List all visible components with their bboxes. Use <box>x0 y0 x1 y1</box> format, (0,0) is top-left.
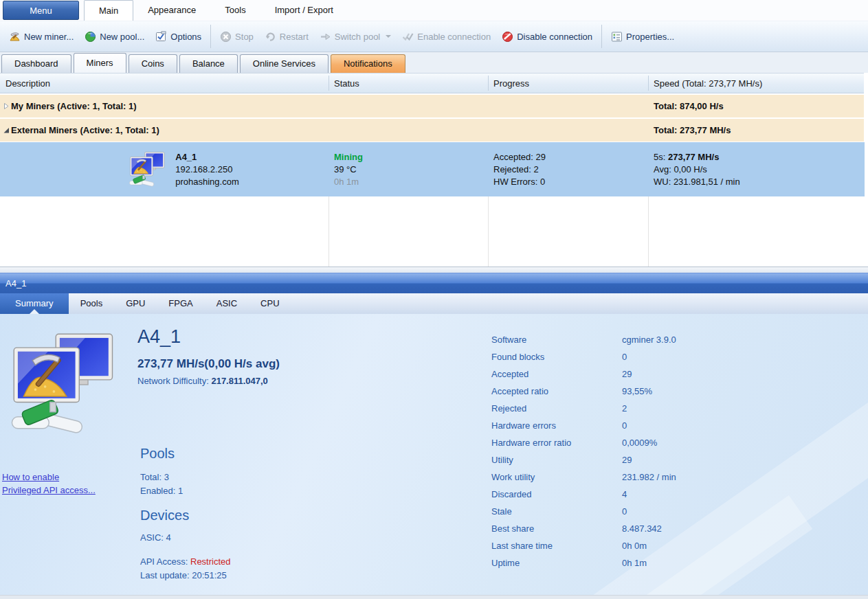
tab-coins[interactable]: Coins <box>129 54 177 73</box>
miner-accepted: Accepted: 29 <box>493 151 648 163</box>
miner-status-time: 0h 1m <box>334 176 488 188</box>
detail-tab-gpu[interactable]: GPU <box>114 293 157 314</box>
column-divider <box>648 76 649 91</box>
switch-pool-button[interactable]: Switch pool <box>314 27 397 46</box>
api-access-line: API Access: Restricted <box>140 556 231 567</box>
miner-pool: prohashing.com <box>175 176 239 188</box>
column-divider <box>488 196 489 267</box>
miner-speed-avg: Avg: 0,00 H/s <box>654 163 865 176</box>
enable-connection-icon <box>402 31 414 43</box>
miner-status-cell: Mining 39 °C 0h 1m <box>329 142 488 196</box>
new-pool-label: New pool... <box>100 32 144 42</box>
switch-pool-label: Switch pool <box>335 32 380 42</box>
column-divider <box>329 76 329 91</box>
restart-label: Restart <box>280 32 309 42</box>
detail-summary-panel: A4_1 273,77 MH/s(0,00 H/s avg) Network D… <box>0 314 868 595</box>
detail-title-bar: A4_1 <box>0 273 868 293</box>
summary-stats-list: Softwarecgminer 3.9.0 Found blocks0 Acce… <box>491 331 787 572</box>
options-button[interactable]: Options <box>150 27 207 46</box>
new-pool-button[interactable]: New pool... <box>79 27 150 46</box>
miner-name: A4_1 <box>175 151 239 163</box>
pools-total: Total: 3 <box>140 472 169 482</box>
properties-button[interactable]: Properties... <box>605 27 680 46</box>
column-divider <box>329 196 329 267</box>
restart-button[interactable]: Restart <box>259 27 314 46</box>
network-difficulty-label: Network Difficulty: <box>137 376 209 386</box>
last-update: Last update: 20:51:25 <box>140 570 227 580</box>
menu-button[interactable]: Menu <box>3 1 79 20</box>
new-miner-button[interactable]: New miner... <box>3 27 79 46</box>
devices-asic: ASIC: 4 <box>140 532 171 543</box>
miner-ip: 192.168.2.250 <box>175 163 239 176</box>
detail-tab-summary[interactable]: Summary <box>0 293 69 314</box>
toolbar-separator <box>601 25 602 48</box>
tab-balance[interactable]: Balance <box>179 54 238 73</box>
detail-tab-bar: Summary Pools GPU FPGA ASIC CPU <box>0 293 868 314</box>
privileged-api-link[interactable]: How to enable Privileged API access... <box>2 471 96 497</box>
options-label: Options <box>170 32 201 42</box>
pools-heading: Pools <box>140 446 175 462</box>
stat-row: Hardware errors0 <box>491 417 787 434</box>
tab-notifications[interactable]: Notifications <box>331 54 405 73</box>
stat-row: Stale0 <box>491 503 787 520</box>
dropdown-caret-icon <box>386 35 391 38</box>
miner-rejected: Rejected: 2 <box>493 163 648 176</box>
api-access-value: Restricted <box>190 556 231 567</box>
detail-tab-cpu[interactable]: CPU <box>249 293 291 314</box>
miner-description-cell: A4_1 192.168.2.250 prohashing.com <box>0 142 329 196</box>
miner-icon <box>129 151 167 188</box>
expander-expanded-icon[interactable] <box>1 126 11 134</box>
stat-row: Softwarecgminer 3.9.0 <box>491 331 787 348</box>
stat-row: Best share8.487.342 <box>491 520 787 537</box>
devices-heading: Devices <box>140 508 189 523</box>
ribbon-tab-tools[interactable]: Tools <box>210 0 260 21</box>
panel-splitter[interactable] <box>0 267 868 273</box>
api-access-label: API Access: <box>140 556 188 567</box>
detail-tab-pools[interactable]: Pools <box>69 293 115 314</box>
switch-pool-icon <box>320 31 331 43</box>
properties-icon <box>611 31 623 43</box>
stat-row: Last share time0h 0m <box>491 537 787 554</box>
miner-hw-errors: HW Errors: 0 <box>493 176 648 188</box>
column-header-description[interactable]: Description <box>0 74 329 93</box>
stop-label: Stop <box>235 32 254 42</box>
disable-connection-button[interactable]: Disable connection <box>496 27 598 46</box>
detail-tab-asic[interactable]: ASIC <box>205 293 249 314</box>
stat-row: Discarded4 <box>491 486 787 503</box>
disable-connection-icon <box>502 31 513 43</box>
restart-icon <box>265 31 276 43</box>
enable-connection-button[interactable]: Enable connection <box>397 27 496 46</box>
ribbon-tab-bar: Menu Main Appearance Tools Import / Expo… <box>0 0 868 21</box>
column-divider <box>488 76 489 91</box>
expander-collapsed-icon[interactable] <box>1 102 11 110</box>
miner-speed-cell: 5s: 273,77 MH/s Avg: 0,00 H/s WU: 231.98… <box>648 142 865 196</box>
group-label: External Miners (Active: 1, Total: 1) <box>11 125 159 135</box>
ribbon-tab-appearance[interactable]: Appearance <box>133 0 210 21</box>
stat-row: Uptime0h 1m <box>491 554 787 572</box>
toolbar-separator <box>210 25 211 48</box>
stop-button[interactable]: Stop <box>214 27 259 46</box>
options-icon <box>155 31 167 43</box>
column-header-progress[interactable]: Progress <box>488 74 648 93</box>
group-row-external-miners[interactable]: External Miners (Active: 1, Total: 1) To… <box>0 119 864 142</box>
column-header-speed[interactable]: Speed (Total: 273,77 MH/s) <box>648 74 864 93</box>
miner-row-a4-1[interactable]: A4_1 192.168.2.250 prohashing.com Mining… <box>0 142 865 196</box>
ribbon-tab-import-export[interactable]: Import / Export <box>260 0 348 21</box>
network-difficulty-value: 217.811.047,0 <box>211 376 267 386</box>
detail-tab-fpga[interactable]: FPGA <box>157 293 204 314</box>
group-speed-total: Total: 874,00 H/s <box>654 101 724 111</box>
new-pool-icon <box>85 31 96 43</box>
tab-dashboard[interactable]: Dashboard <box>1 54 71 73</box>
view-tab-bar: Dashboard Miners Coins Balance Online Se… <box>0 52 868 73</box>
miner-speed-wu: WU: 231.981,51 / min <box>654 176 865 188</box>
properties-label: Properties... <box>626 32 674 42</box>
toolbar: New miner... New pool... Options Stop Re… <box>0 21 868 52</box>
miner-temperature: 39 °C <box>334 163 488 176</box>
tab-online-services[interactable]: Online Services <box>240 54 329 73</box>
new-miner-label: New miner... <box>24 32 74 42</box>
ribbon-tab-main[interactable]: Main <box>84 0 133 21</box>
stat-row: Work utility231.982 / min <box>491 468 787 486</box>
group-row-my-miners[interactable]: My Miners (Active: 1, Total: 1) Total: 8… <box>0 95 864 117</box>
tab-miners[interactable]: Miners <box>74 53 126 73</box>
column-header-status[interactable]: Status <box>329 74 488 93</box>
